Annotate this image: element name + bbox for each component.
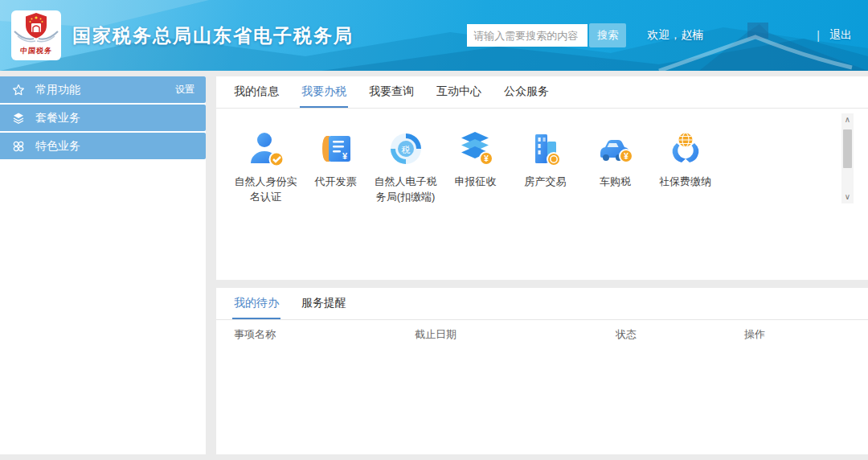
search-button[interactable]: 搜索 xyxy=(589,23,626,47)
tab-tax-handling[interactable]: 我要办税 xyxy=(300,76,348,108)
welcome-text: 欢迎，赵楠 xyxy=(647,28,703,43)
settings-button[interactable]: 设置 xyxy=(175,83,194,97)
sidebar: 常用功能 设置 套餐业务 特色业务 xyxy=(0,76,206,454)
main-panel: 我的信息 我要办税 我要查询 互动中心 公众服务 自然人身份实名认证 xyxy=(216,76,868,280)
hands-globe-icon xyxy=(666,129,705,168)
person-check-icon xyxy=(247,129,285,168)
service-natural-person-etax[interactable]: 税 自然人电子税务局(扣缴端) xyxy=(371,129,440,204)
clover-icon xyxy=(11,139,26,154)
tab-my-info[interactable]: 我的信息 xyxy=(232,76,280,108)
header: 中国税务 国家税务总局山东省电子税务局 搜索 欢迎，赵楠 | 退出 xyxy=(0,0,868,71)
service-vehicle-purchase-tax[interactable]: ¥ 车购税 xyxy=(580,129,650,204)
sidebar-item-common-functions[interactable]: 常用功能 设置 xyxy=(0,76,206,103)
logo-caption: 中国税务 xyxy=(19,46,52,56)
main-tabbar: 我的信息 我要办税 我要查询 互动中心 公众服务 xyxy=(216,76,868,109)
page-title: 国家税务总局山东省电子税务局 xyxy=(72,23,354,48)
car-yen-icon: ¥ xyxy=(596,129,635,168)
column-header-deadline: 截止日期 xyxy=(415,327,616,342)
tab-my-todo[interactable]: 我的待办 xyxy=(232,288,280,319)
svg-text:¥: ¥ xyxy=(484,154,489,163)
service-label: 车购税 xyxy=(600,174,631,189)
search-input[interactable] xyxy=(467,24,588,47)
service-label: 申报征收 xyxy=(455,174,497,189)
invoice-icon: ¥ xyxy=(317,129,355,168)
scroll-down-icon[interactable]: ∨ xyxy=(841,191,854,203)
tab-query[interactable]: 我要查询 xyxy=(367,76,416,108)
service-label: 代开发票 xyxy=(315,174,357,189)
column-header-item-name: 事项名称 xyxy=(234,327,415,342)
tax-emblem-icon xyxy=(11,10,61,47)
divider: | xyxy=(817,29,820,42)
layers-icon xyxy=(11,111,26,125)
vertical-scrollbar[interactable]: ∧ ∨ xyxy=(841,113,854,203)
tab-public-service[interactable]: 公众服务 xyxy=(502,76,551,108)
tab-interaction-center[interactable]: 互动中心 xyxy=(435,76,483,108)
service-declaration-collection[interactable]: ¥ 申报征收 xyxy=(440,129,510,204)
search-bar: 搜索 xyxy=(467,23,626,47)
todo-table-header: 事项名称 截止日期 状态 操作 xyxy=(216,320,868,349)
service-grid: 自然人身份实名认证 ¥ 代开发票 xyxy=(216,110,868,204)
service-real-estate[interactable]: 房产交易 xyxy=(510,129,580,204)
scrollbar-thumb[interactable] xyxy=(843,129,852,168)
logout-button[interactable]: 退出 xyxy=(829,28,852,43)
page: 中国税务 国家税务总局山东省电子税务局 搜索 欢迎，赵楠 | 退出 常用功能 设… xyxy=(0,0,868,460)
layers-yen-icon: ¥ xyxy=(457,129,495,168)
svg-text:¥: ¥ xyxy=(342,151,347,161)
sidebar-item-label: 特色业务 xyxy=(35,139,80,154)
service-social-security-payment[interactable]: 社保费缴纳 xyxy=(650,129,720,204)
building-coin-icon xyxy=(526,129,565,168)
service-identity-auth[interactable]: 自然人身份实名认证 xyxy=(231,129,301,204)
svg-text:税: 税 xyxy=(401,145,410,154)
column-header-status: 状态 xyxy=(616,327,744,342)
service-label: 社保费缴纳 xyxy=(659,174,711,189)
todo-tabbar: 我的待办 服务提醒 xyxy=(216,288,868,320)
tab-service-reminder[interactable]: 服务提醒 xyxy=(300,288,348,319)
service-scroll-area: 自然人身份实名认证 ¥ 代开发票 xyxy=(216,110,868,208)
tax-circle-icon: 税 xyxy=(387,129,425,168)
service-label: 房产交易 xyxy=(525,174,567,189)
svg-text:¥: ¥ xyxy=(624,152,628,161)
sidebar-item-special-business[interactable]: 特色业务 xyxy=(0,133,206,159)
column-header-operation: 操作 xyxy=(744,327,868,342)
service-issue-invoice[interactable]: ¥ 代开发票 xyxy=(301,129,371,204)
sidebar-item-package-business[interactable]: 套餐业务 xyxy=(0,105,206,131)
star-icon xyxy=(11,83,26,97)
scroll-up-icon[interactable]: ∧ xyxy=(841,113,854,126)
todo-panel: 我的待办 服务提醒 事项名称 截止日期 状态 操作 xyxy=(216,288,868,454)
service-label: 自然人电子税务局(扣缴端) xyxy=(374,174,438,204)
tax-bureau-logo: 中国税务 xyxy=(11,10,61,60)
sidebar-item-label: 套餐业务 xyxy=(35,111,80,125)
service-label: 自然人身份实名认证 xyxy=(234,174,298,204)
logout-area: | 退出 xyxy=(817,28,852,43)
sidebar-item-label: 常用功能 xyxy=(35,83,80,97)
